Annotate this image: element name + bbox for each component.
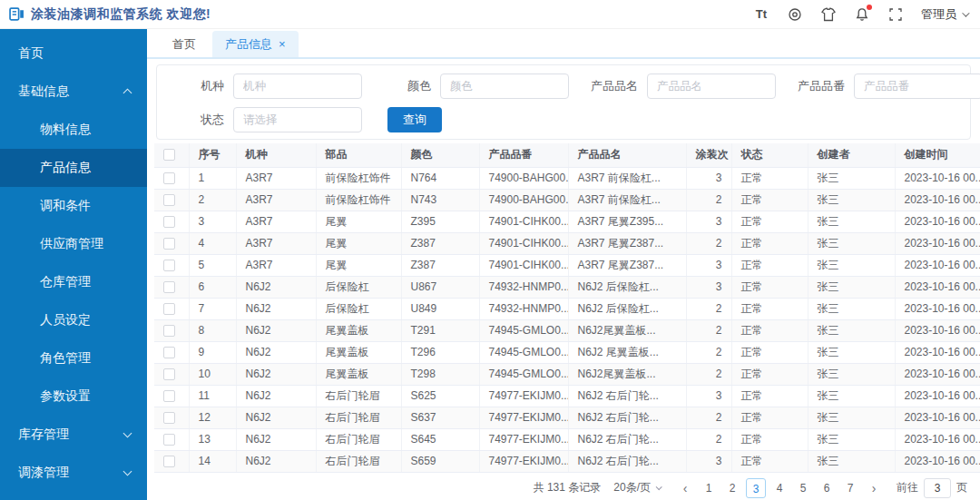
goto-page-input[interactable] xyxy=(924,478,951,498)
cell-part: 右后门轮眉 xyxy=(316,407,401,428)
next-page-button[interactable]: › xyxy=(864,481,884,495)
chevron-down-icon xyxy=(123,467,132,476)
cell-creator: 张三 xyxy=(808,211,895,232)
sidebar-item-personnel-setting[interactable]: 人员设定 xyxy=(0,301,147,339)
target-icon[interactable] xyxy=(787,6,803,23)
sidebar-item-home[interactable]: 首页 xyxy=(0,34,147,73)
user-menu[interactable]: 管理员 xyxy=(921,6,967,23)
page-button-3[interactable]: 3 xyxy=(746,478,766,498)
sidebar-item-inventory-mgmt[interactable]: 库存管理 xyxy=(0,416,147,454)
cell-part: 后保险杠 xyxy=(316,298,401,319)
notification-bell-icon[interactable] xyxy=(854,6,870,23)
cell-created-at: 2023-10-16 00... xyxy=(895,276,980,298)
col-header-coat-count: 涂装次 xyxy=(686,143,731,167)
cell-part: 后保险杠 xyxy=(316,276,401,298)
row-checkbox[interactable] xyxy=(163,303,175,315)
product-name-input[interactable] xyxy=(647,74,776,99)
page-button-6[interactable]: 6 xyxy=(817,478,837,498)
row-checkbox[interactable] xyxy=(163,456,175,467)
theme-shirt-icon[interactable] xyxy=(820,6,837,23)
row-select-cell xyxy=(154,450,189,472)
field-status: 状态 xyxy=(166,107,362,132)
status-select[interactable] xyxy=(233,107,362,132)
model-input[interactable] xyxy=(233,74,362,99)
page-button-5[interactable]: 5 xyxy=(793,478,813,498)
cell-creator: 张三 xyxy=(808,450,895,472)
data-table: 序号机种部品颜色产品品番产品品名涂装次状态创建者创建时间 1A3R7前保险杠饰件… xyxy=(154,143,980,473)
select-all-header xyxy=(154,143,189,167)
cell-creator: 张三 xyxy=(808,385,895,407)
row-select-cell xyxy=(154,189,189,211)
row-checkbox[interactable] xyxy=(163,281,175,293)
cell-model: N6J2 xyxy=(236,319,316,341)
sidebar-item-base-info[interactable]: 基础信息 xyxy=(0,73,147,111)
cell-coat-count: 3 xyxy=(686,167,731,189)
page-button-2[interactable]: 2 xyxy=(722,478,742,498)
cell-index: 9 xyxy=(189,341,236,363)
cell-color: U867 xyxy=(401,276,479,298)
close-icon[interactable]: × xyxy=(279,38,286,50)
cell-color: S637 xyxy=(401,407,479,428)
field-model: 机种 xyxy=(166,74,362,99)
row-checkbox[interactable] xyxy=(163,347,175,358)
row-checkbox[interactable] xyxy=(163,260,175,271)
table-row: 1A3R7前保险杠饰件N76474900-BAHG00...A3R7 前保险杠.… xyxy=(154,167,980,189)
color-input[interactable] xyxy=(440,74,569,99)
row-select-cell xyxy=(154,254,189,276)
row-checkbox[interactable] xyxy=(163,325,175,337)
cell-created-at: 2023-10-16 00... xyxy=(895,341,980,363)
sidebar-item-role-mgmt[interactable]: 角色管理 xyxy=(0,339,147,377)
sidebar-item-param-setting[interactable]: 参数设置 xyxy=(0,377,147,416)
page-button-1[interactable]: 1 xyxy=(699,478,719,498)
cell-product-no: 74977-EKIJM0... xyxy=(479,385,568,407)
col-header-part: 部品 xyxy=(316,143,401,167)
table-row: 14N6J2右后门轮眉S65974977-EKIJM0...N6J2 右后门轮.… xyxy=(154,450,980,472)
cell-part: 前保险杠饰件 xyxy=(316,167,401,189)
page-size-select[interactable]: 20条/页 xyxy=(613,480,661,495)
field-product-no: 产品品番 xyxy=(787,74,980,99)
row-checkbox[interactable] xyxy=(163,368,175,380)
tab-home[interactable]: 首页 xyxy=(160,31,209,57)
cell-product-name: N6J2 右后门轮... xyxy=(568,407,686,428)
cell-color: U849 xyxy=(401,298,479,319)
row-select-cell xyxy=(154,428,189,450)
row-checkbox[interactable] xyxy=(163,412,175,424)
cell-color: Z387 xyxy=(401,232,479,254)
cell-product-no: 74901-CIHK00... xyxy=(479,211,568,232)
row-checkbox[interactable] xyxy=(163,172,175,184)
table-row: 13N6J2右后门轮眉S64574977-EKIJM0...N6J2 右后门轮.… xyxy=(154,428,980,450)
page-button-7[interactable]: 7 xyxy=(840,478,860,498)
cell-created-at: 2023-10-16 00... xyxy=(895,319,980,341)
search-button[interactable]: 查询 xyxy=(387,107,442,132)
select-all-checkbox[interactable] xyxy=(163,149,175,161)
sidebar-item-warehouse-mgmt[interactable]: 仓库管理 xyxy=(0,263,147,301)
row-checkbox[interactable] xyxy=(163,194,175,206)
col-header-created-at: 创建时间 xyxy=(895,143,980,167)
font-size-icon[interactable]: Tt xyxy=(753,6,769,23)
field-color: 颜色 xyxy=(373,74,569,99)
row-select-cell xyxy=(154,167,189,189)
col-header-status: 状态 xyxy=(731,143,808,167)
sidebar-item-supplier-mgmt[interactable]: 供应商管理 xyxy=(0,225,147,263)
cell-coat-count: 2 xyxy=(686,319,731,341)
cell-created-at: 2023-10-16 00... xyxy=(895,167,980,189)
sidebar-item-paint-mix-mgmt[interactable]: 调漆管理 xyxy=(0,454,147,492)
table-row: 6N6J2后保险杠U86774932-HNMP0...N6J2 后保险杠...3… xyxy=(154,276,980,298)
sidebar-item-material-info[interactable]: 物料信息 xyxy=(0,111,147,149)
prev-page-button[interactable]: ‹ xyxy=(675,481,695,495)
cell-product-no: 74945-GMLO0... xyxy=(479,363,568,385)
row-checkbox[interactable] xyxy=(163,434,175,446)
row-checkbox[interactable] xyxy=(163,390,175,402)
sidebar-item-blend-condition[interactable]: 调和条件 xyxy=(0,187,147,225)
product-no-input[interactable] xyxy=(854,74,980,99)
tab-product-info[interactable]: 产品信息× xyxy=(212,31,299,57)
row-checkbox[interactable] xyxy=(163,216,175,228)
table-row: 8N6J2尾翼盖板T29174945-GMLO0...N6J2尾翼盖板...2正… xyxy=(154,319,980,341)
row-checkbox[interactable] xyxy=(163,238,175,250)
search-form: 机种 颜色 产品品名 产品品番 状态 xyxy=(156,64,971,140)
cell-status: 正常 xyxy=(731,341,808,363)
page-button-4[interactable]: 4 xyxy=(769,478,789,498)
sidebar-item-product-info[interactable]: 产品信息 xyxy=(0,149,147,187)
cell-created-at: 2023-10-16 00... xyxy=(895,450,980,472)
fullscreen-icon[interactable] xyxy=(887,6,904,23)
